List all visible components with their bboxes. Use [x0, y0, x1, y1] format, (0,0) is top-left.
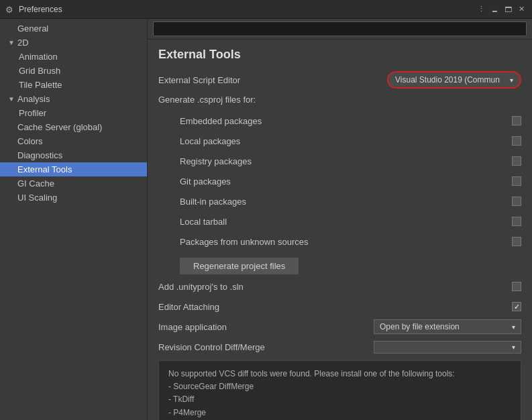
search-input[interactable]	[153, 21, 527, 36]
image-application-value: Open by file extension	[380, 322, 460, 331]
sidebar-label-analysis: Analysis	[17, 94, 50, 104]
package-label-registry: Registry packages	[158, 156, 252, 166]
sidebar-item-animation[interactable]: Animation	[0, 50, 147, 64]
revision-control-row: Revision Control Diff/Merge ▾	[158, 339, 521, 355]
package-row-git: Git packages	[158, 173, 521, 189]
package-label-local-tarball: Local tarball	[158, 217, 227, 227]
window-title: Preferences	[19, 5, 476, 14]
sidebar-label-animation: Animation	[19, 52, 58, 62]
sidebar-item-2d[interactable]: ▼2D	[0, 36, 147, 50]
sidebar-item-analysis[interactable]: ▼Analysis	[0, 92, 147, 106]
sidebar-item-tile-palette[interactable]: Tile Palette	[0, 78, 147, 92]
sidebar-item-external-tools[interactable]: External Tools	[0, 162, 147, 176]
sidebar-label-diagnostics: Diagnostics	[17, 150, 62, 160]
content-area: External Tools External Script Editor Vi…	[148, 19, 532, 420]
revision-dropdown-arrow-icon: ▾	[507, 344, 515, 351]
section-title: External Tools	[158, 48, 521, 62]
sidebar-item-cache-server[interactable]: Cache Server (global)	[0, 120, 147, 134]
content-body: External Tools External Script Editor Vi…	[148, 40, 532, 420]
sidebar-label-2d: 2D	[17, 38, 29, 48]
add-unityproj-row: Add .unityproj's to .sln	[158, 278, 521, 295]
package-checkbox-git[interactable]	[512, 176, 521, 186]
sidebar-item-general[interactable]: General	[0, 21, 147, 36]
vcs-tool-item: - SourceGear DiffMerge	[168, 380, 511, 393]
sidebar-label-grid-brush: Grid Brush	[19, 66, 60, 76]
package-label-unknown: Packages from unknown sources	[158, 237, 308, 247]
external-script-editor-dropdown[interactable]: Visual Studio 2019 (Commun ▾	[387, 71, 521, 89]
dropdown-arrow-icon: ▾	[504, 76, 513, 84]
revision-control-label: Revision Control Diff/Merge	[158, 342, 265, 352]
package-row-registry: Registry packages	[158, 153, 521, 169]
generate-label-row: Generate .csproj files for:	[158, 93, 521, 109]
generate-label: Generate .csproj files for:	[158, 95, 256, 105]
packages-container: Embedded packagesLocal packagesRegistry …	[158, 113, 521, 250]
vcs-message: No supported VCS diff tools were found. …	[168, 368, 511, 380]
editor-attaching-label: Editor Attaching	[158, 302, 219, 312]
editor-attaching-checkbox[interactable]	[512, 302, 521, 311]
package-checkbox-builtin[interactable]	[512, 197, 521, 206]
preferences-icon: ⚙	[5, 5, 15, 14]
sidebar: General▼2DAnimationGrid BrushTile Palett…	[0, 19, 148, 420]
vcs-tool-item: - P4Merge	[168, 407, 511, 419]
sidebar-item-profiler[interactable]: Profiler	[0, 106, 147, 120]
sidebar-item-gi-cache[interactable]: GI Cache	[0, 176, 147, 191]
vcs-tools-list: - SourceGear DiffMerge- TkDiff- P4Merge-…	[168, 380, 511, 420]
sidebar-label-tile-palette: Tile Palette	[19, 80, 62, 90]
package-checkbox-embedded[interactable]	[512, 116, 521, 125]
sidebar-arrow-icon: ▼	[8, 39, 15, 46]
revision-control-dropdown[interactable]: ▾	[374, 341, 521, 354]
sidebar-label-external-tools: External Tools	[17, 164, 72, 174]
sidebar-item-ui-scaling[interactable]: UI Scaling	[0, 191, 147, 205]
close-button[interactable]: ✕	[516, 4, 527, 15]
package-row-unknown: Packages from unknown sources	[158, 233, 521, 250]
sidebar-label-cache-server: Cache Server (global)	[17, 122, 102, 132]
package-row-builtin: Built-in packages	[158, 193, 521, 209]
external-script-editor-label: External Script Editor	[158, 75, 240, 85]
title-bar: ⚙ Preferences ⋮ 🗕 🗖 ✕	[0, 0, 532, 19]
sidebar-label-gi-cache: GI Cache	[17, 178, 54, 189]
package-checkbox-unknown[interactable]	[512, 237, 521, 246]
menu-icon[interactable]: ⋮	[476, 4, 486, 15]
image-application-label: Image application	[158, 322, 227, 332]
window-controls: ⋮ 🗕 🗖 ✕	[476, 4, 527, 15]
sidebar-item-colors[interactable]: Colors	[0, 134, 147, 148]
sidebar-item-diagnostics[interactable]: Diagnostics	[0, 148, 147, 162]
package-row-local: Local packages	[158, 133, 521, 149]
editor-value: Visual Studio 2019 (Commun	[395, 75, 500, 85]
image-application-row: Image application Open by file extension…	[158, 319, 521, 335]
package-label-local: Local packages	[158, 136, 240, 146]
external-script-editor-row: External Script Editor Visual Studio 201…	[158, 71, 521, 89]
sidebar-item-grid-brush[interactable]: Grid Brush	[0, 64, 147, 78]
image-application-dropdown[interactable]: Open by file extension ▾	[374, 319, 521, 334]
editor-attaching-row: Editor Attaching	[158, 299, 521, 315]
sidebar-label-general: General	[17, 23, 48, 34]
package-checkbox-local-tarball[interactable]	[512, 217, 521, 226]
sidebar-arrow-icon: ▼	[8, 95, 15, 103]
sidebar-label-ui-scaling: UI Scaling	[17, 193, 57, 203]
main-container: General▼2DAnimationGrid BrushTile Palett…	[0, 19, 532, 420]
sidebar-label-profiler: Profiler	[19, 108, 46, 118]
vcs-info-box: No supported VCS diff tools were found. …	[158, 360, 521, 420]
minimize-button[interactable]: 🗕	[489, 4, 500, 15]
vcs-tool-item: - TkDiff	[168, 393, 511, 406]
image-app-dropdown-arrow-icon: ▾	[507, 323, 515, 331]
package-row-embedded: Embedded packages	[158, 113, 521, 129]
add-unityproj-label: Add .unityproj's to .sln	[158, 282, 244, 292]
add-unityproj-checkbox[interactable]	[512, 282, 521, 291]
search-bar	[148, 19, 532, 40]
regen-row: Regenerate project files	[158, 254, 521, 278]
package-checkbox-local[interactable]	[512, 136, 521, 146]
package-row-local-tarball: Local tarball	[158, 213, 521, 229]
regen-button[interactable]: Regenerate project files	[180, 258, 299, 274]
sidebar-label-colors: Colors	[17, 136, 43, 146]
package-label-embedded: Embedded packages	[158, 116, 262, 126]
package-label-builtin: Built-in packages	[158, 197, 246, 207]
package-label-git: Git packages	[158, 176, 231, 187]
package-checkbox-registry[interactable]	[512, 156, 521, 166]
maximize-button[interactable]: 🗖	[502, 4, 513, 15]
